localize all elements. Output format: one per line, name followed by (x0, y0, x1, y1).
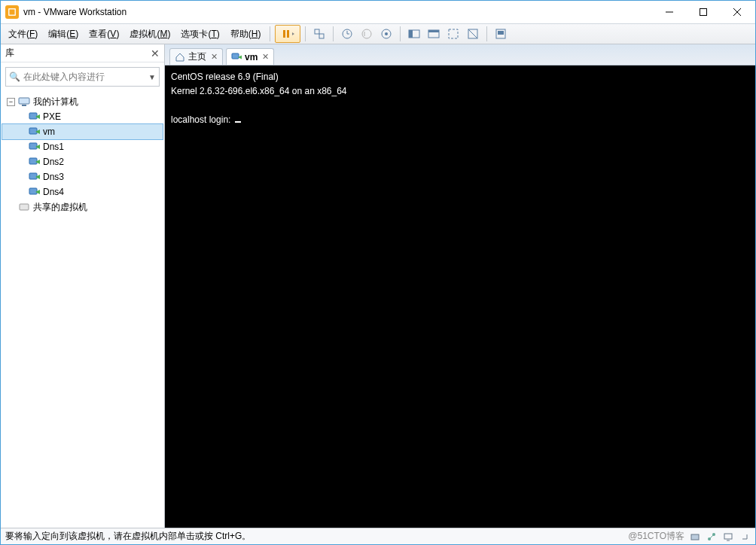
terminal-cursor (235, 121, 241, 123)
library-search[interactable]: 🔍 ▼ (5, 67, 160, 87)
toolbar-separator (486, 26, 487, 41)
tab-strip: 主页 ✕ vm ✕ (165, 44, 755, 65)
svg-point-16 (385, 32, 388, 35)
close-button[interactable] (720, 2, 754, 23)
computer-icon (18, 96, 30, 108)
home-icon (175, 52, 185, 62)
search-dropdown-icon[interactable]: ▼ (148, 73, 156, 81)
tree-vm-pxe[interactable]: PXE (2, 109, 163, 124)
vm-icon (28, 156, 40, 168)
toolbar-snapshot-manage-button[interactable] (377, 25, 395, 43)
svg-rect-18 (409, 30, 413, 38)
titlebar: vm - VMware Workstation (1, 1, 755, 23)
library-search-input[interactable] (23, 72, 145, 82)
tree-vm-dns1[interactable]: Dns1 (2, 139, 163, 154)
tray-network-icon[interactable] (706, 531, 718, 543)
view-console-icon (408, 28, 420, 40)
svg-rect-30 (29, 128, 37, 134)
svg-rect-25 (498, 31, 504, 35)
minimize-button[interactable] (652, 2, 686, 23)
toolbar-separator (270, 26, 270, 41)
window-title: vm - VMware Workstation (23, 7, 652, 17)
toolbar-snapshot-revert-button[interactable] (358, 25, 376, 43)
snapshot-manage-icon (380, 28, 392, 40)
status-message: 要将输入定向到该虚拟机，请在虚拟机内部单击或按 Ctrl+G。 (5, 530, 251, 543)
toolbar-unity-button[interactable] (464, 25, 482, 43)
tab-home[interactable]: 主页 ✕ (169, 48, 223, 65)
svg-rect-47 (724, 534, 732, 539)
watermark-text: @51CTO博客 (628, 530, 684, 543)
tree-vm-dns4[interactable]: Dns4 (2, 184, 163, 199)
view-single-icon (428, 28, 440, 40)
svg-rect-38 (29, 188, 37, 194)
svg-rect-40 (20, 204, 29, 210)
library-title: 库 (5, 47, 14, 59)
thumbnail-icon (495, 28, 507, 40)
menu-edit[interactable]: 编辑(E) (44, 25, 83, 44)
toolbar-fullscreen-button[interactable] (444, 25, 462, 43)
svg-rect-3 (700, 9, 706, 16)
menu-view[interactable]: 查看(V) (84, 25, 123, 44)
terminal-line: Kernel 2.6.32-696.el6.x86_64 on an x86_6… (171, 86, 347, 96)
svg-rect-6 (283, 30, 285, 38)
library-sidebar: 库 ✕ 🔍 ▼ − 我的计算机 PXE vm (1, 44, 165, 528)
svg-rect-36 (29, 173, 37, 179)
fullscreen-icon (447, 28, 459, 40)
svg-rect-20 (428, 30, 439, 32)
vm-icon (231, 52, 242, 62)
tab-close-button[interactable]: ✕ (262, 52, 269, 62)
menu-file[interactable]: 文件(F) (4, 25, 42, 44)
svg-rect-1 (10, 10, 15, 15)
toolbar-thumbnail-button[interactable] (492, 25, 510, 43)
tree-root-my-computer[interactable]: − 我的计算机 (2, 94, 163, 109)
search-icon: 🔍 (9, 72, 20, 82)
tree-vm-dns3[interactable]: Dns3 (2, 169, 163, 184)
svg-rect-41 (232, 53, 239, 59)
devices-icon (313, 28, 325, 40)
pause-icon (281, 29, 294, 39)
menu-tabs[interactable]: 选项卡(T) (176, 25, 224, 44)
menubar: 文件(F) 编辑(E) 查看(V) 虚拟机(M) 选项卡(T) 帮助(H) (1, 23, 755, 44)
svg-marker-8 (292, 32, 294, 35)
snapshot-icon (341, 28, 353, 40)
svg-rect-43 (691, 534, 699, 540)
vm-icon (28, 171, 40, 183)
tray-disk-icon[interactable] (689, 531, 701, 543)
toolbar-pause-button[interactable] (275, 25, 300, 43)
statusbar: 要将输入定向到该虚拟机，请在虚拟机内部单击或按 Ctrl+G。 @51CTO博客 (1, 528, 755, 544)
svg-line-23 (468, 29, 477, 38)
tray-expand-icon[interactable] (739, 531, 751, 543)
tree-shared-vms[interactable]: 共享的虚拟机 (2, 199, 163, 215)
library-close-button[interactable]: ✕ (151, 47, 160, 59)
tree-root-label: 我的计算机 (33, 96, 78, 108)
tray-display-icon[interactable] (722, 531, 734, 543)
menu-vm[interactable]: 虚拟机(M) (125, 25, 175, 44)
vm-console[interactable]: CentOS release 6.9 (Final) Kernel 2.6.32… (165, 65, 755, 528)
maximize-button[interactable] (686, 2, 720, 23)
tree-vm-vm[interactable]: vm (2, 124, 163, 139)
svg-rect-26 (19, 98, 29, 104)
vm-icon (28, 126, 40, 138)
toolbar-snapshot-take-button[interactable] (338, 25, 356, 43)
library-tree: − 我的计算机 PXE vm Dns1 Dns2 (1, 91, 164, 218)
tree-collapse-icon[interactable]: − (7, 98, 15, 106)
svg-rect-32 (29, 143, 37, 149)
svg-rect-34 (29, 158, 37, 164)
toolbar-devices-button[interactable] (310, 25, 328, 43)
svg-rect-10 (319, 34, 324, 38)
window-controls (652, 2, 754, 23)
tab-vm[interactable]: vm ✕ (226, 48, 274, 65)
tab-close-button[interactable]: ✕ (211, 52, 218, 62)
terminal-line: localhost login: (171, 114, 233, 125)
toolbar-separator (305, 26, 306, 41)
unity-icon (467, 28, 479, 40)
menu-help[interactable]: 帮助(H) (226, 25, 266, 44)
terminal-line: CentOS release 6.9 (Final) (171, 72, 279, 82)
svg-rect-9 (315, 29, 319, 34)
toolbar-view-single-button[interactable] (425, 25, 443, 43)
toolbar-view-console-button[interactable] (405, 25, 423, 43)
toolbar-separator (400, 26, 401, 41)
content-area: 主页 ✕ vm ✕ CentOS release 6.9 (Final) Ker… (165, 44, 755, 528)
tree-vm-dns2[interactable]: Dns2 (2, 154, 163, 169)
vm-icon (28, 141, 40, 153)
